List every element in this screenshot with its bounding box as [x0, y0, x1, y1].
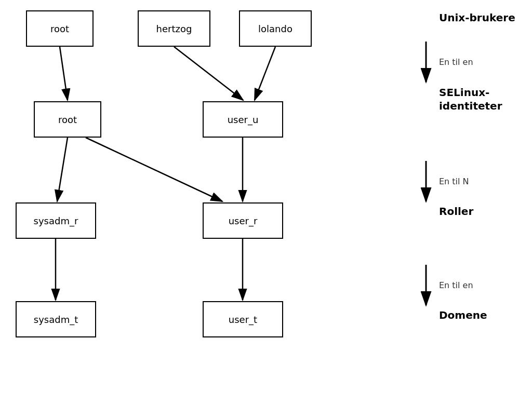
legend-unix-brukere: Unix-brukere [439, 11, 515, 24]
legend-arrow1-label: En til en [439, 56, 473, 67]
node-sysadm-t: sysadm_t [16, 301, 96, 337]
legend-selinux: SELinux-identiteter [439, 86, 502, 113]
legend-roller: Roller [439, 205, 473, 218]
node-root-unix: root [26, 10, 94, 47]
legend-arrow3-label: En til en [439, 279, 473, 290]
node-sysadm-r: sysadm_r [16, 202, 96, 239]
legend-domene: Domene [439, 309, 487, 321]
svg-line-5 [86, 138, 222, 201]
svg-line-3 [255, 47, 275, 100]
node-lolando: lolando [239, 10, 312, 47]
legend-arrow2-label: En til N [439, 175, 469, 186]
svg-line-4 [57, 138, 68, 201]
node-root-selinux: root [34, 101, 101, 138]
svg-line-1 [60, 47, 68, 100]
svg-line-2 [174, 47, 243, 100]
node-user-r: user_r [203, 202, 283, 239]
diagram-container: root hertzog lolando root user_u sysadm_… [0, 0, 532, 393]
node-user-u: user_u [203, 101, 283, 138]
node-user-t: user_t [203, 301, 283, 337]
node-hertzog: hertzog [138, 10, 210, 47]
